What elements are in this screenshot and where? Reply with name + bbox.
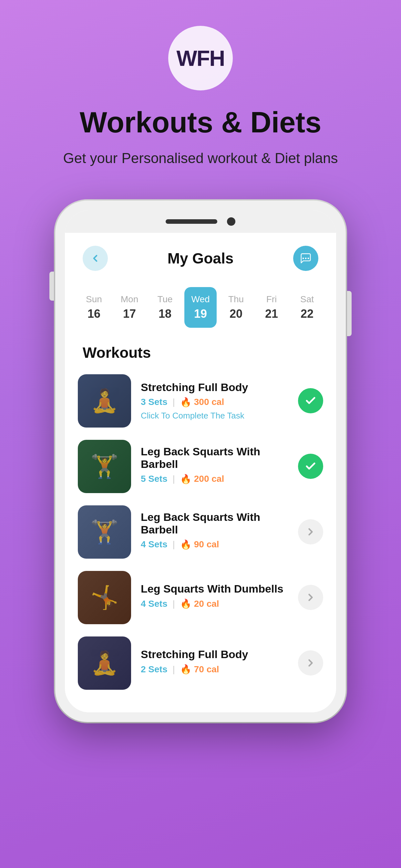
meta-divider: | — [173, 599, 175, 609]
flame-icon: 🔥 — [180, 598, 191, 609]
hero-title: Workouts & Diets — [60, 106, 341, 138]
workout-meta: 4 Sets | 🔥 20 cal — [141, 598, 288, 609]
app-content: My Goals Sun 16 Mon 17 — [65, 233, 336, 712]
complete-check-button[interactable] — [298, 388, 323, 413]
meta-divider: | — [173, 539, 175, 550]
day-name: Tue — [157, 294, 173, 305]
day-name: Fri — [266, 294, 277, 305]
day-number: 17 — [123, 307, 136, 321]
chat-button[interactable] — [293, 246, 318, 271]
day-name: Wed — [191, 294, 210, 305]
workout-action-button[interactable] — [298, 519, 323, 545]
calendar-strip: Sun 16 Mon 17 Tue 18 Wed 19 Thu 20 Fri 2… — [65, 281, 336, 337]
calendar-day-mon[interactable]: Mon 17 — [113, 287, 146, 328]
svg-point-0 — [303, 257, 304, 259]
workout-calories: 🔥 90 cal — [180, 539, 219, 550]
notch-pill — [166, 219, 217, 224]
chevron-right-icon — [305, 592, 316, 603]
workout-image: 🏋️ — [78, 505, 131, 559]
workout-meta: 3 Sets | 🔥 300 cal — [141, 397, 288, 407]
click-to-complete[interactable]: Click To Complete The Task — [141, 411, 288, 421]
day-number: 16 — [88, 307, 100, 321]
workout-emoji: 🏋️ — [90, 519, 119, 545]
workout-calories: 🔥 300 cal — [180, 397, 224, 407]
notch-dot — [227, 217, 235, 226]
meta-divider: | — [173, 397, 175, 407]
check-icon — [305, 461, 316, 472]
calendar-day-thu[interactable]: Thu 20 — [220, 287, 252, 328]
app-header: My Goals — [65, 233, 336, 281]
workout-meta: 4 Sets | 🔥 90 cal — [141, 539, 288, 550]
day-number: 18 — [158, 307, 172, 321]
flame-icon: 🔥 — [180, 539, 191, 550]
day-name: Mon — [121, 294, 138, 305]
chat-icon — [300, 252, 312, 265]
calendar-day-sun[interactable]: Sun 16 — [78, 287, 110, 328]
workout-name: Leg Back Squarts With Barbell — [141, 511, 288, 536]
workout-item: 🏋️ Leg Back Squarts With Barbell 5 Sets … — [78, 437, 323, 496]
workout-item: 🧘 Stretching Full Body 3 Sets | 🔥 300 ca… — [78, 371, 323, 431]
meta-divider: | — [173, 474, 175, 484]
workout-emoji: 🏋️ — [90, 453, 119, 479]
day-number: 22 — [301, 307, 313, 321]
workout-sets: 4 Sets — [141, 539, 167, 550]
workouts-heading: Workouts — [65, 337, 336, 371]
logo-text: WFH — [177, 45, 225, 71]
workout-action-button[interactable] — [298, 585, 323, 610]
workout-info: Stretching Full Body 3 Sets | 🔥 300 cal … — [141, 381, 288, 421]
chevron-right-icon — [305, 657, 316, 669]
flame-icon: 🔥 — [180, 664, 191, 675]
workout-meta: 2 Sets | 🔥 70 cal — [141, 664, 288, 675]
day-number: 19 — [194, 307, 207, 321]
phone-mockup: My Goals Sun 16 Mon 17 — [55, 200, 346, 722]
day-number: 21 — [265, 307, 278, 321]
workout-list: 🧘 Stretching Full Body 3 Sets | 🔥 300 ca… — [65, 371, 336, 693]
back-button[interactable] — [83, 246, 108, 271]
workout-calories: 🔥 200 cal — [180, 474, 224, 485]
workout-item: 🏋️ Leg Back Squarts With Barbell 4 Sets … — [78, 502, 323, 562]
workout-emoji: 🤸 — [90, 584, 119, 611]
chevron-left-icon — [90, 253, 101, 264]
workout-info: Leg Squarts With Dumbells 4 Sets | 🔥 20 … — [141, 583, 288, 612]
hero-section: WFH Workouts & Diets Get your Personalis… — [0, 0, 401, 188]
workout-item: 🤸 Leg Squarts With Dumbells 4 Sets | 🔥 2… — [78, 568, 323, 627]
day-name: Thu — [228, 294, 244, 305]
workout-image: 🏋️ — [78, 440, 131, 493]
logo-circle: WFH — [168, 26, 233, 90]
workout-emoji: 🧘 — [90, 388, 119, 414]
phone-screen: My Goals Sun 16 Mon 17 — [65, 210, 336, 712]
workout-calories: 🔥 20 cal — [180, 598, 219, 609]
hero-subtitle: Get your Personalised workout & Diet pla… — [31, 148, 370, 168]
workout-sets: 2 Sets — [141, 664, 167, 675]
pending-action-button[interactable] — [298, 585, 323, 610]
day-number: 20 — [229, 307, 243, 321]
pending-action-button[interactable] — [298, 650, 323, 676]
calendar-day-tue[interactable]: Tue 18 — [149, 287, 181, 328]
chevron-right-icon — [305, 526, 316, 538]
workout-image: 🧘 — [78, 637, 131, 690]
workout-sets: 5 Sets — [141, 474, 167, 484]
workout-info: Leg Back Squarts With Barbell 4 Sets | 🔥… — [141, 511, 288, 553]
workout-name: Stretching Full Body — [141, 648, 288, 661]
workout-sets: 4 Sets — [141, 599, 167, 609]
complete-check-button[interactable] — [298, 454, 323, 479]
day-name: Sun — [86, 294, 102, 305]
svg-point-2 — [308, 257, 309, 259]
workout-image: 🤸 — [78, 571, 131, 624]
workout-action-button[interactable] — [298, 650, 323, 676]
phone-frame: My Goals Sun 16 Mon 17 — [55, 200, 346, 722]
workout-name: Leg Back Squarts With Barbell — [141, 445, 288, 470]
meta-divider: | — [173, 664, 175, 675]
workout-action-button[interactable] — [298, 388, 323, 413]
workout-emoji: 🧘 — [90, 650, 119, 676]
pending-action-button[interactable] — [298, 519, 323, 545]
phone-notch — [65, 210, 336, 233]
calendar-day-sat[interactable]: Sat 22 — [291, 287, 323, 328]
calendar-day-fri[interactable]: Fri 21 — [255, 287, 288, 328]
workout-item: 🧘 Stretching Full Body 2 Sets | 🔥 70 cal — [78, 633, 323, 693]
workout-action-button[interactable] — [298, 454, 323, 479]
workout-meta: 5 Sets | 🔥 200 cal — [141, 474, 288, 485]
calendar-day-wed[interactable]: Wed 19 — [184, 287, 217, 328]
workout-sets: 3 Sets — [141, 397, 167, 407]
workout-name: Stretching Full Body — [141, 381, 288, 394]
